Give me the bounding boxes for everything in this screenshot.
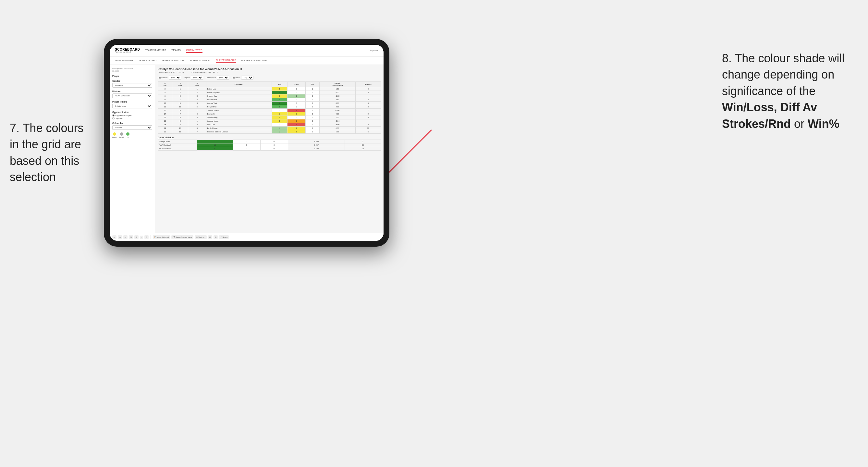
- logo: SCOREBOARDPowered by clippd: [115, 48, 145, 53]
- opponents-filter-select[interactable]: (All): [169, 75, 181, 80]
- player-rank-select[interactable]: 8. Katelyn Vo: [112, 104, 152, 108]
- sub-nav-player-h2h-heatmap[interactable]: PLAYER H2H HEATMAP: [241, 59, 267, 62]
- legend-down: Down: [112, 132, 117, 138]
- colour-by-section: Colour by Win/loss: [112, 122, 152, 130]
- nav-separator: |: [367, 49, 367, 52]
- redo-button[interactable]: ↪: [118, 235, 122, 239]
- cell-div: 14: [158, 112, 172, 116]
- cell-name: Esther Lee: [206, 87, 272, 91]
- table-row: 20 11 7 Federica Domecq Lacroze 2 1 0 1.…: [158, 130, 381, 134]
- out-of-division-header: Out of division: [158, 136, 381, 138]
- division-record-label: Division Record:: [191, 71, 207, 74]
- cell-tie: 0: [306, 91, 319, 94]
- fit-button[interactable]: ⊡: [129, 235, 133, 239]
- cell-name: Foreign Team: [158, 140, 197, 144]
- division-select[interactable]: NCAA Division III: [112, 93, 152, 98]
- cell-div: 6: [158, 94, 172, 98]
- region-filter-select[interactable]: (All): [191, 75, 203, 80]
- nav-items: TOURNAMENTS TEAMS COMMITTEE: [145, 48, 367, 53]
- opponent-filter-select[interactable]: (All): [241, 75, 253, 80]
- conference-filter-select[interactable]: (All): [217, 75, 229, 80]
- radio-opponents-played[interactable]: Opponents Played: [112, 114, 152, 117]
- overall-record-label: Overall Record:: [158, 71, 172, 74]
- cell-reg: 6: [172, 101, 188, 105]
- opponent-filter: Opponent (All): [232, 75, 253, 80]
- sub-nav-player-h2h-grid[interactable]: PLAYER H2H GRID: [216, 58, 236, 63]
- sub-nav-team-h2h-grid[interactable]: TEAM H2H GRID: [138, 59, 156, 62]
- right-panel: Katelyn Vo Head-to-Head Grid for Women's…: [155, 65, 383, 233]
- gender-section: Gender Women's: [112, 80, 152, 88]
- tablet-frame: SCOREBOARDPowered by clippd TOURNAMENTS …: [104, 39, 390, 247]
- undo-button[interactable]: ↩: [112, 235, 117, 239]
- sub-nav-player-summary[interactable]: PLAYER SUMMARY: [190, 59, 211, 62]
- cell-rounds: 6: [355, 130, 381, 134]
- sub-nav-team-summary[interactable]: TEAM SUMMARY: [115, 59, 133, 62]
- col-tie: Tie: [306, 82, 319, 87]
- main-content: Last Updated: 27/03/2024 16:55:38 Player…: [110, 65, 383, 233]
- table-row: 9 1 4 Sharon Mun 1 0 0 3.67 3: [158, 98, 381, 101]
- cell-div: 9: [158, 98, 172, 101]
- cell-div: 11: [158, 105, 172, 109]
- colour-by-select[interactable]: Win/loss: [112, 125, 152, 130]
- cell-div: 18: [158, 123, 172, 127]
- clock-button[interactable]: ◷: [145, 235, 149, 239]
- cell-win: 1: [272, 94, 287, 98]
- cell-reg: 8: [172, 116, 188, 119]
- player-rank-label: Player (Rank): [112, 101, 152, 103]
- cell-diff: 1.25: [319, 116, 355, 119]
- cell-div: 16: [158, 119, 172, 123]
- cell-div: 10: [158, 101, 172, 105]
- cell-diff: -5.00: [319, 123, 355, 127]
- cell-reg: 10: [172, 127, 188, 130]
- cell-reg: 2: [172, 91, 188, 94]
- share-button[interactable]: ↗ Share: [219, 235, 229, 239]
- cell-rounds: 4: [355, 87, 381, 91]
- last-updated-time: 16:55:38: [112, 70, 119, 72]
- sign-out-link[interactable]: Sign out: [370, 49, 378, 52]
- gender-select[interactable]: Women's: [112, 83, 152, 88]
- cell-rounds: 3: [355, 91, 381, 94]
- back-button[interactable]: ↩: [123, 235, 127, 239]
- overall-record: Overall Record: 353 - 34 - 6: [158, 71, 184, 74]
- cell-win: 1: [272, 91, 287, 94]
- col-div: #Div: [158, 82, 172, 87]
- bottom-toolbar: ↩ ↪ ↩ ⊡ ⊟ · ◷ 📋 View: Original 💾 Save Cu…: [110, 233, 383, 241]
- cell-loss: 1: [287, 130, 306, 134]
- cell-reg: 7: [172, 112, 188, 116]
- nav-teams[interactable]: TEAMS: [171, 48, 181, 53]
- sub-nav-team-h2h-heatmap[interactable]: TEAM H2H HEATMAP: [162, 59, 185, 62]
- cell-reg: 3: [172, 94, 188, 98]
- radio-top100[interactable]: Top 100: [112, 117, 152, 119]
- col-opponent: Opponent: [206, 82, 272, 87]
- watch-button[interactable]: 👁 Watch ▾: [195, 235, 207, 239]
- cell-diff: 0.30: [319, 127, 355, 130]
- right-annotation-text: 8. The colour shade will change dependin…: [722, 52, 845, 98]
- more-button[interactable]: ·: [140, 236, 143, 239]
- cell-name: Jessica Huang: [206, 109, 272, 112]
- cell-win: 0: [272, 123, 287, 127]
- zoom-button[interactable]: ⊟: [134, 235, 138, 239]
- table-button[interactable]: ⊟: [214, 235, 218, 239]
- cell-tie: 0: [306, 116, 319, 119]
- region-filter-label: Region: [184, 76, 190, 79]
- cell-loss: 0: [287, 101, 306, 105]
- cell-tie: 0: [306, 127, 319, 130]
- cell-win: 1: [197, 140, 233, 144]
- cell-win: 2: [272, 130, 287, 134]
- cell-name: Sydney Kuo: [206, 94, 272, 98]
- table-row: NAIA Division 1 15 0 0 9.267 30: [158, 144, 381, 147]
- legend-level: Level: [119, 132, 124, 138]
- grid-button[interactable]: ⊞: [208, 235, 212, 239]
- cell-rounds: 4: [355, 101, 381, 105]
- colour-by-label: Colour by: [112, 122, 152, 124]
- cell-conf: 3: [188, 101, 206, 105]
- nav-committee[interactable]: COMMITTEE: [186, 48, 203, 53]
- view-original-button[interactable]: 📋 View: Original: [153, 235, 170, 239]
- cell-reg: 2: [172, 123, 188, 127]
- nav-bar: SCOREBOARDPowered by clippd TOURNAMENTS …: [110, 45, 383, 57]
- cell-conf: 6: [188, 127, 206, 130]
- save-custom-view-button[interactable]: 💾 Save Custom View: [171, 235, 193, 239]
- nav-tournaments[interactable]: TOURNAMENTS: [145, 48, 166, 53]
- col-loss: Loss: [287, 82, 306, 87]
- division-section: Division NCAA Division III: [112, 90, 152, 98]
